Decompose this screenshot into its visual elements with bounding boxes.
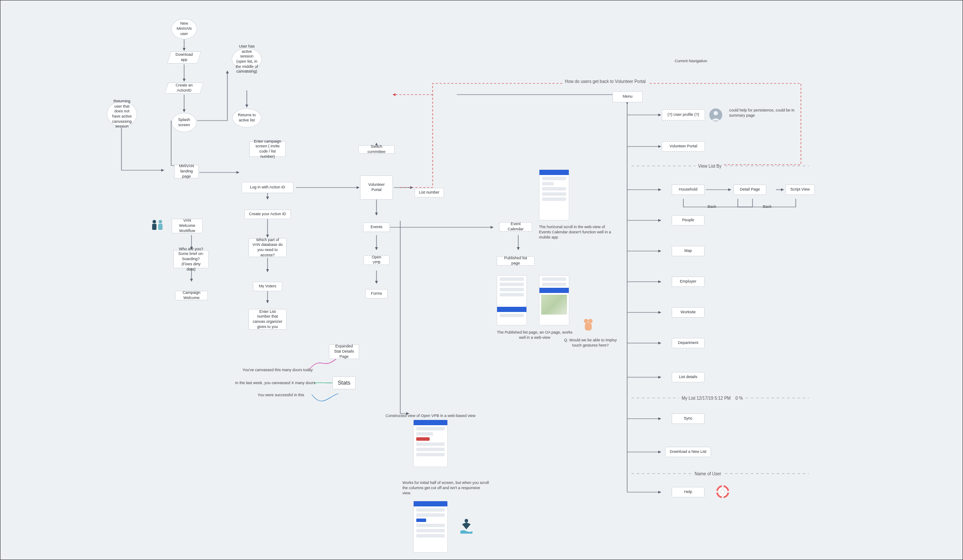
- node-open-vpb[interactable]: Open VPB: [364, 255, 389, 265]
- person-water-icon: [459, 518, 473, 535]
- menu-script-view[interactable]: Script View: [785, 185, 815, 195]
- note-published-list: The Published list page, an OA page, wor…: [496, 330, 574, 340]
- note-vpb-scroll: Works for initial half of screen, but wh…: [402, 480, 489, 496]
- node-minivan-landing[interactable]: MiniVAN landing page: [174, 165, 199, 178]
- node-enter-campaign[interactable]: Enter campaign screen ( invite code / li…: [249, 141, 286, 157]
- svg-rect-14: [716, 491, 720, 493]
- section-current-nav: Current Navigation: [675, 59, 707, 63]
- people-icon: [149, 218, 166, 235]
- menu-department[interactable]: Department: [672, 338, 705, 348]
- node-list-number[interactable]: List number: [415, 188, 444, 197]
- node-forms[interactable]: Forms: [365, 289, 388, 299]
- node-menu[interactable]: Menu: [612, 91, 643, 102]
- svg-rect-3: [158, 224, 163, 230]
- menu-sync[interactable]: Sync: [672, 414, 705, 424]
- node-who-are-you[interactable]: Who are you? Some brief on-boarding? (Fi…: [173, 250, 209, 268]
- svg-point-6: [588, 319, 593, 323]
- node-published-list[interactable]: Published list page: [497, 256, 535, 266]
- menu-worksite[interactable]: Worksite: [672, 307, 705, 318]
- divider-my-list: My List 12/17/19 5:12 PM 0 %: [679, 396, 746, 401]
- svg-point-5: [584, 319, 588, 323]
- node-van-welcome[interactable]: VAN Welcome Workflow: [172, 219, 203, 233]
- menu-volunteer-portal[interactable]: Volunteer Portal: [662, 141, 705, 152]
- svg-point-2: [159, 220, 162, 223]
- node-which-db[interactable]: Which part of VAN database do you need t…: [249, 238, 287, 257]
- screenshot-vpb-1: [413, 420, 448, 467]
- screenshot-vpb-2: [413, 501, 448, 553]
- callout-back-to-portal: How do users get back to Volunteer Porta…: [562, 79, 648, 84]
- menu-list-details[interactable]: List details: [672, 372, 705, 382]
- menu-people[interactable]: People: [672, 215, 705, 226]
- stat-line-3: You were successful in this: [258, 393, 304, 397]
- caption-open-vpb: Constructed view of Open VPB in a web-ba…: [386, 414, 475, 418]
- node-active-session[interactable]: User has active session (open list, in t…: [232, 48, 262, 70]
- node-event-calendar[interactable]: Event Calendar: [499, 222, 532, 232]
- node-switch-committee[interactable]: Switch committee: [358, 145, 395, 154]
- touch-gesture-icon: [582, 318, 594, 335]
- back-label-1: Back: [708, 204, 716, 209]
- svg-point-11: [721, 490, 725, 494]
- note-gesture: Q. Would we be able to imploy touch gest…: [562, 337, 619, 348]
- svg-rect-15: [726, 491, 729, 493]
- note-user-profile: could help for persistence, could be in …: [729, 108, 807, 118]
- stat-line-1: You've canvassed this many doors today: [242, 368, 312, 372]
- node-user-profile[interactable]: (?) User profile (?): [662, 109, 705, 121]
- divider-name-user: Name of User: [692, 471, 724, 476]
- menu-download-new[interactable]: Download a New List: [665, 447, 711, 457]
- svg-rect-1: [152, 224, 156, 230]
- node-splash-screen[interactable]: Splash screen: [172, 113, 197, 132]
- svg-rect-7: [585, 323, 592, 331]
- back-label-2: Back: [763, 204, 772, 209]
- svg-rect-12: [722, 485, 724, 489]
- diagram-canvas[interactable]: Current Navigation How do users get back…: [0, 0, 963, 560]
- node-create-your-actionid[interactable]: Create your Action ID: [244, 210, 291, 219]
- lifebuoy-icon: [716, 485, 729, 500]
- svg-point-4: [465, 519, 468, 522]
- node-enter-list[interactable]: Enter List number that canvas organizer …: [249, 309, 287, 330]
- menu-detail-page[interactable]: Detail Page: [733, 185, 766, 195]
- menu-household[interactable]: Household: [672, 185, 705, 195]
- node-stats[interactable]: Stats: [332, 376, 356, 389]
- screenshot-published-1: [497, 275, 527, 325]
- svg-rect-13: [722, 495, 724, 498]
- note-event-calendar: The horizonal scroll in the web-view of …: [539, 224, 615, 240]
- stat-line-2: In the last week, you canvassed X many d…: [235, 381, 316, 385]
- node-events[interactable]: Events: [363, 223, 390, 232]
- node-returns-active[interactable]: Returns to active list: [232, 108, 261, 127]
- svg-point-9: [714, 111, 718, 115]
- menu-employer[interactable]: Employer: [672, 277, 705, 287]
- node-expanded-stat[interactable]: Expanded Stat Details Page: [329, 344, 359, 359]
- menu-map[interactable]: Map: [672, 246, 705, 256]
- node-returning-user[interactable]: Returning user that does not have active…: [107, 101, 137, 127]
- screenshot-event-calendar: [539, 169, 569, 220]
- divider-view-by: View List By: [695, 164, 724, 169]
- menu-help[interactable]: Help: [672, 487, 705, 497]
- node-new-user[interactable]: New MiniVAN user: [171, 19, 197, 39]
- connector-layer: [0, 0, 963, 560]
- node-login-actionid[interactable]: Log in with Action ID: [242, 182, 293, 193]
- node-volunteer-portal[interactable]: Volunteer Portal: [360, 175, 393, 200]
- node-download-app[interactable]: Download app: [167, 51, 201, 64]
- node-campaign-welcome[interactable]: Campaign Welcome: [175, 291, 208, 300]
- screenshot-published-2: [539, 275, 569, 325]
- node-create-actionid[interactable]: Create an ActionID: [165, 83, 204, 94]
- avatar-icon: [709, 108, 722, 123]
- node-my-voters[interactable]: My Voters: [253, 282, 282, 291]
- svg-point-0: [153, 220, 156, 223]
